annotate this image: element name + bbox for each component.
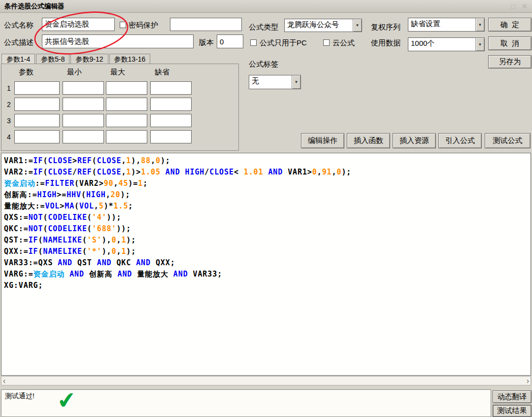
pc-only-label: 公式只用于PC	[260, 38, 307, 48]
code-line: QST:=IF(NAMELIKE('S'),0,1);	[4, 235, 528, 246]
param-input[interactable]	[150, 98, 192, 111]
formula-tag-label: 公式标签	[249, 60, 278, 69]
import-formula-button[interactable]: 引入公式	[438, 133, 482, 148]
password-protect-label: 密码保护	[129, 21, 158, 30]
adjust-sequence-select[interactable]: 缺省设置 ▼	[408, 18, 485, 32]
adjust-sequence-label: 复权序列	[371, 23, 400, 32]
check-icon: ✔	[56, 388, 77, 413]
param-row: 1	[1, 81, 238, 95]
param-grid: 1234	[1, 81, 238, 143]
edit-operation-button[interactable]: 编辑操作	[301, 133, 344, 148]
param-tab-4[interactable]: 参数13-16	[109, 54, 151, 64]
code-line: VAR33:=QXS AND QST AND QKC AND QXX;	[4, 257, 528, 269]
test-formula-button[interactable]: 测试公式	[485, 133, 531, 148]
data-count-value: 1000个	[408, 38, 475, 51]
formula-type-value: 龙腾跃海公众号	[285, 19, 353, 32]
code-line: QXS:=NOT(CODELIKE('4'));	[4, 212, 528, 223]
code-line: 量能放大:=VOL>MA(VOL,5)*1.5;	[4, 201, 528, 212]
chevron-down-icon[interactable]: ▼	[475, 18, 484, 31]
code-line: QKC:=NOT(CODELIKE('688'));	[4, 223, 528, 235]
param-row-number: 2	[1, 101, 14, 108]
password-protect-checkbox[interactable]	[120, 22, 126, 28]
cancel-button[interactable]: 取 消	[488, 36, 532, 50]
cloud-formula-label: 云公式	[332, 38, 355, 48]
data-count-select[interactable]: 1000个 ▼	[408, 37, 485, 51]
param-input[interactable]	[14, 98, 60, 111]
param-header: 最大	[106, 68, 150, 77]
window-title: 条件选股公式编辑器	[4, 2, 65, 11]
param-headers: 参数最小最大缺省	[1, 68, 238, 77]
param-input[interactable]	[63, 130, 104, 143]
code-line: 创新高:=HIGH>=HHV(HIGH,20);	[4, 189, 528, 201]
formula-type-select[interactable]: 龙腾跃海公众号 ▼	[284, 19, 362, 32]
param-tab-1[interactable]: 参数1-4	[1, 54, 35, 64]
param-input[interactable]	[106, 98, 147, 111]
scroll-left-icon[interactable]: ‹	[3, 377, 5, 385]
param-header: 缺省	[150, 68, 192, 77]
pc-only-checkbox[interactable]	[250, 39, 257, 46]
formula-name-input[interactable]	[42, 18, 115, 31]
scroll-right-icon[interactable]: ›	[527, 377, 529, 385]
param-panel: 参数最小最大缺省 1234	[1, 64, 239, 151]
param-tab-2[interactable]: 参数5-8	[36, 54, 69, 64]
chevron-down-icon[interactable]: ▼	[353, 19, 362, 32]
param-input[interactable]	[63, 114, 104, 127]
ok-button[interactable]: 确 定	[488, 18, 532, 32]
param-input[interactable]	[106, 114, 147, 127]
close-icon[interactable]: ✕	[521, 2, 528, 10]
param-header: 参数	[14, 68, 63, 77]
formula-name-label: 公式名称	[4, 21, 33, 30]
status-message: 测试通过!	[5, 392, 34, 400]
param-row: 3	[1, 114, 238, 127]
code-line: VAR1:=IF(CLOSE>REF(CLOSE,1),88,0);	[4, 155, 528, 167]
insert-function-button[interactable]: 插入函数	[347, 133, 390, 148]
data-count-label: 使用数据	[371, 38, 400, 48]
param-input[interactable]	[150, 81, 192, 95]
param-row: 2	[1, 98, 238, 111]
formula-tag-select[interactable]: 无 ▼	[249, 75, 301, 89]
param-input[interactable]	[63, 81, 104, 95]
title-bar: 条件选股公式编辑器 □ ✕	[0, 0, 532, 13]
formula-desc-input[interactable]	[42, 35, 194, 48]
param-tab-3[interactable]: 参数9-12	[70, 54, 108, 64]
formula-desc-label: 公式描述	[4, 38, 33, 47]
param-input[interactable]	[150, 114, 192, 127]
code-line: XG:VARG;	[4, 280, 528, 291]
formula-type-label: 公式类型	[249, 23, 278, 32]
param-input[interactable]	[106, 81, 147, 95]
param-header: 最小	[63, 68, 106, 77]
param-row: 4	[1, 130, 238, 143]
code-line: 资金启动:=FILTER(VAR2>90,45)=1;	[4, 178, 528, 189]
param-row-number: 4	[1, 133, 14, 141]
param-tabs: 参数1-4参数5-8参数9-12参数13-16	[1, 53, 151, 64]
insert-resource-button[interactable]: 插入资源	[393, 133, 436, 148]
param-input[interactable]	[106, 130, 147, 143]
save-as-button[interactable]: 另存为	[488, 55, 532, 69]
param-input[interactable]	[63, 98, 104, 111]
maximize-icon[interactable]: □	[511, 2, 515, 10]
cloud-formula-checkbox[interactable]	[323, 39, 330, 46]
code-line: VAR2:=IF(CLOSE/REF(CLOSE,1)>1.05 AND HIG…	[4, 167, 528, 178]
param-row-number: 1	[1, 84, 14, 92]
param-input[interactable]	[14, 130, 60, 143]
dynamic-translate-button[interactable]: 动态翻译	[493, 390, 532, 403]
password-input[interactable]	[170, 18, 242, 31]
code-editor[interactable]: VAR1:=IF(CLOSE>REF(CLOSE,1),88,0);VAR2:=…	[1, 153, 531, 376]
code-line: QXX:=IF(NAMELIKE('*'),0,1);	[4, 246, 528, 257]
param-input[interactable]	[14, 81, 60, 95]
chevron-down-icon[interactable]: ▼	[292, 75, 300, 89]
param-input[interactable]	[150, 130, 192, 143]
formula-tag-value: 无	[249, 75, 292, 89]
param-row-number: 3	[1, 117, 14, 125]
adjust-sequence-value: 缺省设置	[408, 18, 475, 31]
param-input[interactable]	[14, 114, 60, 127]
code-line: VARG:=资金启动 AND 创新高 AND 量能放大 AND VAR33;	[4, 269, 528, 280]
test-result-button[interactable]: 测试结果	[493, 405, 532, 417]
version-input[interactable]	[217, 35, 243, 48]
h-scrollbar[interactable]: ‹ ›	[1, 376, 531, 385]
version-label: 版本	[199, 38, 214, 47]
chevron-down-icon[interactable]: ▼	[475, 38, 484, 51]
